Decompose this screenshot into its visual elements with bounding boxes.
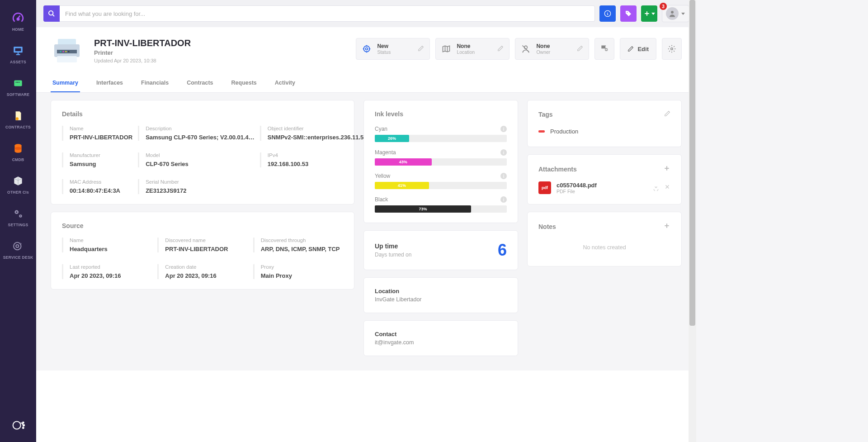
status-card-status[interactable]: NewStatus [356,38,430,60]
detail-item: NameHeadquarters [62,238,152,252]
detail-item: Discovered namePRT-INV-LIBERTADOR [157,238,247,252]
scrollbar-thumb[interactable] [689,0,695,326]
search-input[interactable] [60,5,595,22]
svg-rect-24 [58,39,76,45]
add-button[interactable] [641,5,657,22]
detail-value: 00:14:80:47:E4:3A [70,187,132,194]
detail-value: PRT-INV-LIBERTADOR [165,246,247,252]
ink-name: Cyan [375,126,387,132]
svg-point-32 [364,46,370,52]
add-attachment-icon[interactable] [663,165,670,173]
tab-requests[interactable]: Requests [230,74,259,92]
monitor-icon [12,44,24,57]
edit-icon[interactable] [497,45,504,53]
detail-item: ModelCLP-670 Series [138,152,255,167]
detail-label: Object identifier [268,126,368,131]
info-icon [604,10,611,17]
tab-activity[interactable]: Activity [273,74,297,92]
edit-button[interactable]: Edit [620,38,656,60]
main: 3 PRT-INV-LIBERTADOR Printer Updated Apr… [36,0,696,442]
tab-contracts[interactable]: Contracts [185,74,215,92]
user-menu[interactable]: 3 [662,5,689,22]
status-card-owner[interactable]: NoneOwner [515,38,589,60]
ink-name: Magenta [375,149,396,156]
location-value: InvGate Libertador [375,296,507,303]
delete-icon[interactable] [664,184,670,192]
svg-point-23 [671,11,674,14]
status-label: Status [377,49,412,55]
ink-item: Magentai43% [375,149,507,166]
sidebar-item-assets[interactable]: ASSETS [0,38,36,71]
info-button[interactable] [599,5,616,22]
sidebar-logo [0,418,36,433]
sidebar-item-service-desk[interactable]: › SERVICE DESK [0,233,36,266]
tag-color-icon [538,130,545,133]
flag-button[interactable] [594,38,614,60]
detail-value: Apr 20 2023, 09:16 [165,272,247,279]
add-note-icon[interactable] [663,222,670,231]
tag-item[interactable]: Production [538,126,670,137]
status-label: Owner [536,49,571,55]
sidebar-item-other-cis[interactable]: OTHER CIs [0,168,36,201]
card-title: Tags [538,111,553,118]
tab-financials[interactable]: Financials [139,74,170,92]
tag-label: Production [550,128,578,135]
svg-point-17 [23,422,24,423]
scrollbar[interactable] [689,0,696,442]
asset-title: PRT-INV-LIBERTADOR [94,38,191,48]
gear-icon [668,45,676,53]
uptime-sub: Days turned on [375,252,411,258]
svg-point-30 [66,51,67,52]
sidebar-item-settings[interactable]: SETTINGS [0,201,36,233]
sidebar-item-contracts[interactable]: CONTRACTS [0,103,36,136]
database-icon [12,142,24,155]
status-value: None [457,43,492,49]
edit-tags-icon[interactable] [664,110,670,118]
tab-interfaces[interactable]: Interfaces [94,74,125,92]
ink-bar: 73% [375,205,507,213]
content: PRT-INV-LIBERTADOR Printer Updated Apr 2… [36,27,696,442]
ink-name: Black [375,196,388,203]
lifebuoy-icon: › [12,240,24,252]
tab-summary[interactable]: Summary [51,74,80,92]
printer-icon [51,38,83,63]
ink-item: Yellowi41% [375,173,507,189]
ink-fill: 26% [375,135,409,142]
sidebar-item-software[interactable]: SOFTWARE [0,71,36,103]
sidebar-item-home[interactable]: HOME [0,5,36,38]
sidebar-item-cmdb[interactable]: CMDB [0,136,36,168]
contact-value: it@invgate.com [375,339,507,346]
download-icon[interactable] [652,184,660,192]
ink-fill: 43% [375,158,432,166]
plus-icon [643,10,651,17]
svg-point-11 [16,211,17,213]
contract-icon [12,109,24,122]
edit-icon[interactable] [577,45,583,53]
search-button[interactable] [43,5,60,22]
ink-bar: 43% [375,158,507,166]
info-icon[interactable]: i [500,126,507,132]
svg-point-18 [23,425,24,426]
detail-item: MAC Address00:14:80:47:E4:3A [62,179,132,194]
target-icon [362,44,372,54]
uptime-title: Up time [375,242,411,250]
info-icon[interactable]: i [500,173,507,179]
edit-icon[interactable] [418,45,424,53]
status-card-location[interactable]: NoneLocation [435,38,509,60]
detail-value: ARP, DNS, ICMP, SNMP, TCP [261,246,343,252]
detail-label: Name [70,126,132,131]
notification-badge: 3 [660,3,667,10]
settings-button[interactable] [662,38,682,60]
svg-point-13 [20,215,21,216]
info-icon[interactable]: i [500,149,507,156]
ink-fill: 73% [375,205,471,213]
tag-button[interactable] [620,5,637,22]
location-title: Location [375,288,507,295]
location-card: Location InvGate Libertador [363,277,518,313]
svg-point-19 [23,427,24,428]
ink-item: Blacki73% [375,196,507,213]
detail-item: DescriptionSamsung CLP-670 Series; V2.00… [138,126,255,141]
info-icon[interactable]: i [500,196,507,203]
detail-value: Headquarters [70,246,152,252]
user-slash-icon [521,44,531,54]
